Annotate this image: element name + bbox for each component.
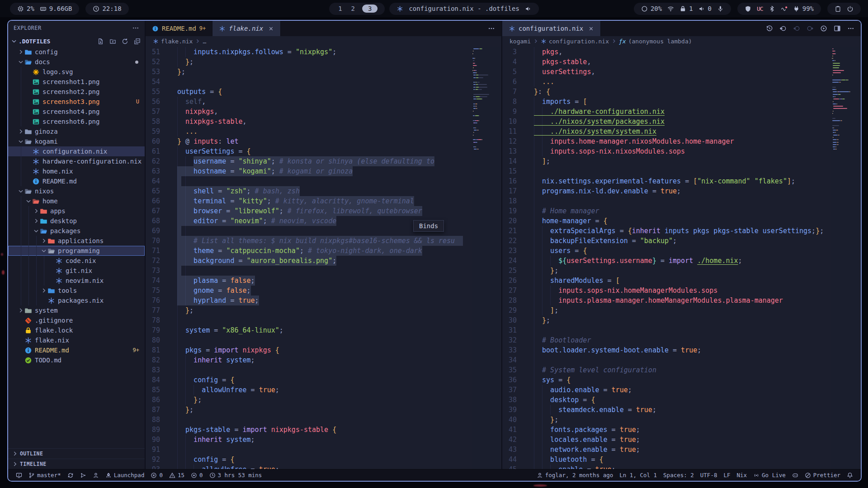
breadcrumb-item[interactable]: flake.nix (153, 38, 193, 45)
tree-item-packages-nix[interactable]: packages.nix (8, 296, 145, 305)
activity-notification[interactable] (781, 5, 788, 12)
tab-close-icon[interactable] (268, 26, 274, 32)
prettier[interactable]: Prettier (802, 472, 844, 479)
tab-flake-nix[interactable]: flake.nix (212, 21, 281, 36)
volume[interactable]: 0 (698, 5, 712, 12)
tree-item-logo-svg[interactable]: logo.svg (8, 67, 145, 77)
go-live[interactable]: Go Live (750, 472, 789, 479)
power[interactable] (847, 5, 854, 12)
collapse-icon[interactable] (134, 38, 141, 45)
workspace-1[interactable]: 1 (336, 5, 344, 12)
editor-action-back-icon[interactable] (779, 25, 787, 32)
microphone[interactable] (717, 5, 724, 12)
tree-item-kogami[interactable]: kogami (8, 136, 145, 146)
bluetooth[interactable] (769, 5, 775, 12)
eol[interactable]: LF (720, 472, 733, 479)
editor-action-dots-icon[interactable] (847, 25, 854, 32)
tab-close-icon[interactable] (588, 26, 594, 32)
ports[interactable]: 0 (188, 472, 206, 479)
workspace-3[interactable]: 3 (362, 5, 377, 13)
breadcrumb-item[interactable]: ƒx(anonymous lambda) (619, 38, 692, 45)
tree-item-screenshot4-png[interactable]: screenshot4.png (8, 107, 145, 117)
tree-item-desktop[interactable]: desktop (8, 216, 145, 226)
tree-item-hardware-configuration-nix[interactable]: hardware-configuration.nix (8, 156, 145, 166)
tree-item-screenshot3-png[interactable]: screenshot3.pngU (8, 97, 145, 107)
refresh-icon[interactable] (122, 38, 128, 45)
tree-item-home-nix[interactable]: home.nix (8, 166, 145, 176)
tree-item-packages[interactable]: packages (8, 226, 145, 236)
cpu-usage[interactable]: 2% (17, 5, 34, 12)
clock[interactable]: 22:18 (93, 5, 121, 12)
git-branch[interactable]: master* (25, 472, 64, 479)
lock-count[interactable]: 1 (679, 5, 693, 12)
timeline-section[interactable]: TIMELINE (8, 459, 145, 469)
outline-section[interactable]: OUTLINE (8, 448, 145, 459)
accounts[interactable] (90, 472, 102, 479)
encoding[interactable]: UTF-8 (697, 472, 721, 479)
tree-item-ginoza[interactable]: ginoza (8, 127, 145, 136)
keyboard-layout[interactable]: UC (757, 5, 763, 12)
tree-item-code-nix[interactable]: code.nix (8, 256, 145, 266)
time-tracker[interactable]: 3 hrs 53 mins (206, 472, 265, 479)
editor-action-history-icon[interactable] (766, 25, 773, 32)
clipboard[interactable] (835, 5, 841, 12)
indentation[interactable]: Spaces: 2 (660, 472, 697, 479)
launchpad[interactable]: Launchpad (102, 472, 148, 479)
tree-item-git-nix[interactable]: git.nix (8, 266, 145, 276)
tree-item-docs[interactable]: docs (8, 57, 145, 67)
tree-item-config[interactable]: config (8, 47, 145, 57)
breadcrumb-item[interactable]: configuration.nix (541, 38, 609, 45)
problems-errors[interactable]: 0 (147, 472, 166, 479)
copilot[interactable] (789, 472, 802, 479)
editor-action-layout-icon[interactable] (834, 25, 841, 32)
vpn-shield[interactable] (745, 5, 751, 12)
explorer-more-icon[interactable] (132, 24, 139, 32)
tree-item-configuration-nix[interactable]: configuration.nix (8, 146, 145, 156)
breadcrumb-item[interactable]: … (203, 38, 206, 45)
workspace-2[interactable]: 2 (349, 5, 357, 12)
code-editor-flake[interactable]: 51 inputs.nixpkgs.follows = "nixpkgs";52… (146, 46, 501, 469)
battery[interactable]: 99% (793, 5, 814, 12)
tree-item-applications[interactable]: applications (8, 236, 145, 246)
new-file-icon[interactable] (97, 38, 104, 45)
workspace-root-row[interactable]: .DOTFILES (8, 35, 145, 47)
language-mode[interactable]: Nix (734, 472, 750, 479)
tree-item-apps[interactable]: apps (8, 206, 145, 216)
gauge[interactable]: 20% (641, 5, 662, 12)
tree-item-readme-md[interactable]: README.md9+ (8, 345, 145, 355)
tree-item-readme-md[interactable]: README.md (8, 176, 145, 186)
breadcrumb-item[interactable]: kogami (509, 38, 531, 45)
tree-item-tools[interactable]: tools (8, 286, 145, 296)
tree-item--gitignore[interactable]: .gitignore (8, 315, 145, 325)
cursor-position[interactable]: Ln 1, Col 1 (616, 472, 660, 479)
editor-action-run-icon[interactable] (820, 25, 827, 32)
new-folder-icon[interactable] (109, 38, 116, 45)
tab-readme-md[interactable]: README.md9+ (146, 21, 212, 36)
tree-item-home[interactable]: home (8, 196, 145, 206)
git-blame[interactable]: foglar, 2 months ago (533, 472, 617, 479)
editor-action-prevc-icon[interactable] (793, 25, 800, 32)
tree-item-nixos[interactable]: nixos (8, 186, 145, 196)
tab-overflow-icon[interactable] (488, 25, 495, 32)
minimap-right[interactable] (831, 47, 859, 469)
memory-usage[interactable]: 9.66GB (40, 5, 72, 12)
editor-action-nextc-icon[interactable] (807, 25, 814, 32)
remote-indicator[interactable] (13, 472, 25, 479)
tree-item-flake-nix[interactable]: flake.nix (8, 335, 145, 345)
tab-configuration-nix[interactable]: configuration.nix (502, 21, 601, 36)
problems-warnings[interactable]: 15 (166, 472, 188, 479)
tree-item-todo-md[interactable]: TODO.md (8, 355, 145, 365)
tree-item-screenshot2-png[interactable]: screenshot2.png (8, 87, 145, 97)
tree-item-programming[interactable]: programming (8, 246, 145, 256)
tree-item-system[interactable]: system (8, 305, 145, 315)
tree-item-flake-lock[interactable]: flake.lock (8, 325, 145, 335)
tree-item-screenshot1-png[interactable]: screenshot1.png (8, 77, 145, 87)
git-graph[interactable] (77, 472, 90, 479)
git-sync[interactable] (64, 472, 77, 479)
notifications-bell[interactable] (844, 472, 856, 479)
minimap-left[interactable] (472, 47, 500, 469)
wifi[interactable] (667, 5, 674, 12)
tree-item-screenshot6-png[interactable]: screenshot6.png (8, 117, 145, 127)
code-editor-configuration[interactable]: 3 pkgs,4 pkgs-stable,5 userSettings,6 ..… (502, 46, 861, 469)
tree-item-neovim-nix[interactable]: neovim.nix (8, 276, 145, 286)
